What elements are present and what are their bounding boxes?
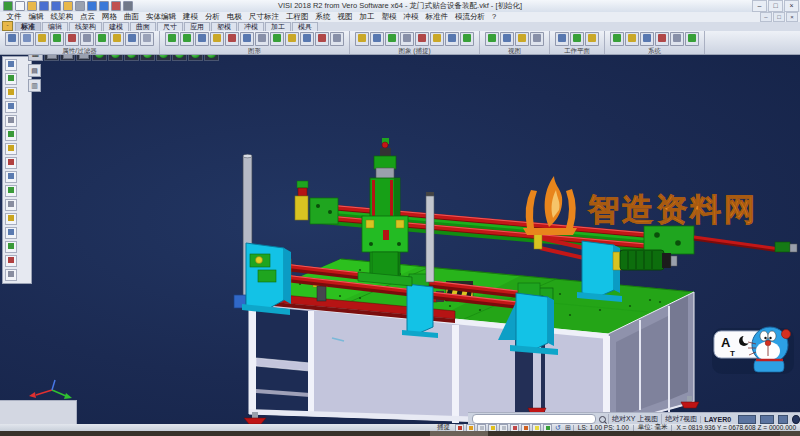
snap-mid-icon[interactable] [385, 32, 399, 46]
curve-tool-icon[interactable] [5, 115, 17, 127]
mirror-tool-icon[interactable] [5, 213, 17, 225]
ime-mode-button[interactable]: A [721, 335, 731, 350]
color-filter-icon[interactable] [35, 32, 49, 46]
redo-icon[interactable] [99, 1, 109, 11]
menu-item-4[interactable]: 网格 [99, 12, 121, 22]
undo-icon[interactable] [87, 1, 97, 11]
snap-grid-icon[interactable] [370, 32, 384, 46]
highlight-icon[interactable] [110, 32, 124, 46]
snap-vertex-icon[interactable] [460, 32, 474, 46]
transparency-icon[interactable] [240, 32, 254, 46]
database-icon[interactable] [640, 32, 654, 46]
calculator-icon[interactable] [625, 32, 639, 46]
cpl-3pt-icon[interactable] [585, 32, 599, 46]
snap-intersect-icon[interactable] [415, 32, 429, 46]
macro-icon[interactable] [670, 32, 684, 46]
zoom-fit-icon[interactable] [485, 32, 499, 46]
zoom-window-icon[interactable] [500, 32, 514, 46]
menu-item-15[interactable]: 塑模 [378, 12, 400, 22]
pan-view-icon[interactable] [515, 32, 529, 46]
layer-color-block-1[interactable] [738, 415, 756, 424]
pick-filter-icon[interactable] [80, 32, 94, 46]
save-icon[interactable] [39, 1, 49, 11]
point-tool-icon[interactable] [5, 59, 17, 71]
cpl-face-icon[interactable] [570, 32, 584, 46]
trim-tool-icon[interactable] [5, 143, 17, 155]
circle-tool-icon[interactable] [5, 101, 17, 113]
save-all-icon[interactable] [51, 1, 61, 11]
toolbar-collapse-icon[interactable]: - [2, 21, 13, 31]
extend-tool-icon[interactable] [5, 157, 17, 169]
menu-item-16[interactable]: 冲模 [400, 12, 422, 22]
ime-widget[interactable]: A T [712, 327, 794, 374]
ribbon-tab-1[interactable]: 编辑 [42, 22, 68, 31]
group-icon[interactable] [125, 32, 139, 46]
menu-item-5[interactable]: 曲面 [121, 12, 143, 22]
mdi-restore-button[interactable]: □ [773, 12, 785, 22]
mask-icon[interactable] [65, 32, 79, 46]
ribbon-tab-6[interactable]: 应用 [184, 22, 210, 31]
grid-icon[interactable]: ⊞ [565, 424, 571, 431]
menu-item-6[interactable]: 实体编辑 [143, 12, 180, 22]
ribbon-tab-4[interactable]: 曲面 [130, 22, 156, 31]
menu-item-11[interactable]: 工程图 [283, 12, 313, 22]
minimize-button[interactable]: – [752, 0, 767, 12]
surface-tool-icon[interactable] [5, 129, 17, 141]
shade-icon[interactable] [165, 32, 179, 46]
arc-tool-icon[interactable] [5, 87, 17, 99]
ribbon-tab-2[interactable]: 线架构 [69, 22, 102, 31]
attribute-icon[interactable] [5, 32, 19, 46]
texture-icon[interactable] [285, 32, 299, 46]
background-icon[interactable] [300, 32, 314, 46]
help-icon[interactable] [685, 32, 699, 46]
ribbon-tab-9[interactable]: 加工 [265, 22, 291, 31]
machine-model-canvas[interactable]: 智造资料网 A T [0, 54, 800, 424]
mdi-close-button[interactable]: × [786, 12, 798, 22]
rotate-view-icon[interactable] [530, 32, 544, 46]
line-tool-icon[interactable] [5, 73, 17, 85]
maximize-button[interactable]: □ [768, 0, 783, 12]
snap-point-icon[interactable] [355, 32, 369, 46]
move-tool-icon[interactable] [5, 227, 17, 239]
menu-item-1[interactable]: 编辑 [25, 12, 47, 22]
light-icon[interactable] [315, 32, 329, 46]
layer-filter-icon[interactable] [20, 32, 34, 46]
hidden-line-icon[interactable] [195, 32, 209, 46]
menu-item-3[interactable]: 点云 [77, 12, 99, 22]
scale-tool-icon[interactable] [5, 255, 17, 267]
menu-item-7[interactable]: 建模 [180, 12, 202, 22]
menu-item-8[interactable]: 分析 [202, 12, 224, 22]
menu-item-12[interactable]: 系统 [312, 12, 334, 22]
ribbon-tab-5[interactable]: 尺寸 [157, 22, 183, 31]
plugin-icon[interactable] [655, 32, 669, 46]
ribbon-tab-10[interactable]: 模具 [292, 22, 318, 31]
quality-icon[interactable] [330, 32, 344, 46]
menu-item-18[interactable]: 模流分析 [452, 12, 489, 22]
search-input[interactable] [472, 414, 596, 424]
rotate-tool-icon[interactable] [5, 241, 17, 253]
menu-item-2[interactable]: 线架构 [47, 12, 77, 22]
offset-tool-icon[interactable] [5, 199, 17, 211]
settings-icon[interactable] [610, 32, 624, 46]
menu-item-14[interactable]: 加工 [356, 12, 378, 22]
search-icon[interactable] [599, 416, 606, 423]
menu-item-10[interactable]: 尺寸标注 [246, 12, 283, 22]
measure-tool-icon[interactable] [5, 269, 17, 281]
ribbon-tab-7[interactable]: 塑模 [211, 22, 237, 31]
layer-color-block-3[interactable] [778, 415, 788, 424]
close-button[interactable]: × [784, 0, 799, 12]
render-icon[interactable] [210, 32, 224, 46]
visibility-icon[interactable] [95, 32, 109, 46]
refresh-icon[interactable]: ↺ [555, 424, 561, 431]
mdi-minimize-button[interactable]: – [760, 12, 772, 22]
snap-face-icon[interactable] [445, 32, 459, 46]
customize-dropdown-icon[interactable] [123, 1, 133, 11]
list-toggle-button[interactable]: ▥ [28, 79, 41, 92]
viewport-3d[interactable]: 智造资料网 A T [0, 54, 800, 424]
open-file-icon[interactable] [27, 1, 37, 11]
ribbon-tab-3[interactable]: 建模 [103, 22, 129, 31]
menu-item-19[interactable]: ? [489, 12, 500, 22]
smooth-icon[interactable] [270, 32, 284, 46]
menu-item-9[interactable]: 电极 [224, 12, 246, 22]
properties-icon[interactable] [140, 32, 154, 46]
